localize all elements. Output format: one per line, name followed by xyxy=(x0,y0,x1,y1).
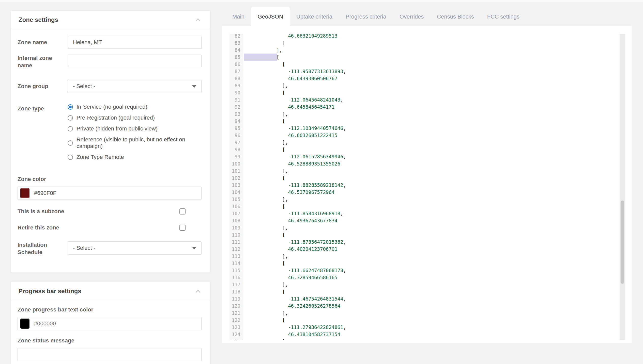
line-number: 94 xyxy=(229,118,243,125)
tab-uptake-criteria[interactable]: Uptake criteria xyxy=(290,7,339,26)
tab-census-blocks[interactable]: Census Blocks xyxy=(430,7,481,26)
zone-settings-body: Zone name Internal zone name Zone group … xyxy=(11,29,210,272)
tab-fcc-settings[interactable]: FCC settings xyxy=(481,7,526,26)
line-number: 114 xyxy=(229,260,243,267)
installation-schedule-select[interactable]: - Select - xyxy=(68,241,202,255)
zone-name-row: Zone name xyxy=(18,36,202,49)
retire-zone-label: Retire this zone xyxy=(18,224,59,231)
line-number: 109 xyxy=(229,224,243,231)
zone-settings-collapse-button[interactable] xyxy=(193,16,203,23)
zone-type-row: Zone type In-Service (no goal required)P… xyxy=(18,103,202,165)
line-number: 104 xyxy=(229,189,243,196)
zone-group-select[interactable]: - Select - xyxy=(68,80,202,93)
internal-zone-name-row: Internal zone name xyxy=(18,55,202,69)
code-line-109: 109 ], xyxy=(229,224,625,231)
code-line-97: 97 ], xyxy=(229,139,625,146)
subzone-row: This is a subzone xyxy=(18,207,202,216)
zone-settings-header: Zone settings xyxy=(11,11,210,29)
progress-text-color-input[interactable]: #000000 xyxy=(18,317,202,330)
zone-color-swatch[interactable] xyxy=(20,188,29,198)
line-number: 112 xyxy=(229,245,243,253)
code-line-114: 114 [ xyxy=(229,260,625,267)
line-number: 110 xyxy=(229,231,243,238)
line-number: 125 xyxy=(229,338,243,340)
tab-overrides[interactable]: Overrides xyxy=(393,7,430,26)
line-number: 122 xyxy=(229,317,243,324)
code-line-91: 91 -112.0645648241043, xyxy=(229,96,625,103)
subzone-label: This is a subzone xyxy=(18,208,64,215)
code-line-116: 116 46.32859466586165 xyxy=(229,274,625,281)
code-line-83: 83 ] xyxy=(229,39,625,46)
geojson-tab-panel: 82 46.6632104928951383 ]84 ],85 [86 [87 … xyxy=(222,26,632,343)
code-line-119: 119 -111.46754264831544, xyxy=(229,295,625,302)
tab-progress-criteria[interactable]: Progress criteria xyxy=(339,7,393,26)
code-line-105: 105 ], xyxy=(229,196,625,203)
tab-geojson[interactable]: GeoJSON xyxy=(251,7,290,26)
code-line-122: 122 [ xyxy=(229,317,625,324)
geojson-code-editor[interactable]: 82 46.6632104928951383 ]84 ],85 [86 [87 … xyxy=(229,34,625,340)
zone-group-label: Zone group xyxy=(18,80,68,93)
chevron-down-icon xyxy=(192,85,196,88)
line-number: 84 xyxy=(229,46,243,54)
line-number: 88 xyxy=(229,75,243,82)
zone-type-label: Zone type xyxy=(18,103,68,165)
zone-name-input[interactable] xyxy=(68,36,202,49)
zone-settings-card: Zone settings Zone name Internal zone na… xyxy=(11,11,210,272)
zone-type-options: In-Service (no goal required)Pre-Registr… xyxy=(68,103,202,160)
code-line-104: 104 46.5370967572964 xyxy=(229,189,625,196)
code-line-96: 96 46.60326051222415 xyxy=(229,132,625,139)
code-line-93: 93 ], xyxy=(229,110,625,118)
code-line-115: 115 -111.66247487068178, xyxy=(229,267,625,274)
zone-color-input[interactable]: #690F0F xyxy=(18,187,202,200)
zone-color-value: #690F0F xyxy=(34,190,56,196)
editor-scrollbar[interactable] xyxy=(620,34,625,340)
line-number: 95 xyxy=(229,125,243,132)
progress-bar-settings-collapse-button[interactable] xyxy=(193,288,203,295)
zone-type-option-label: In-Service (no goal required) xyxy=(76,104,147,110)
radio-icon[interactable] xyxy=(68,155,73,160)
progress-bar-settings-body: Zone progress bar text color #000000 Zon… xyxy=(11,300,210,364)
code-line-90: 90 [ xyxy=(229,89,625,96)
progress-bar-settings-header: Progress bar settings xyxy=(11,282,210,300)
code-line-102: 102 [ xyxy=(229,174,625,181)
radio-icon[interactable] xyxy=(68,140,73,146)
radio-icon[interactable] xyxy=(68,115,73,121)
line-number: 111 xyxy=(229,238,243,245)
code-line-125: 125 ], xyxy=(229,338,625,340)
zone-type-option-1[interactable]: Pre-Registration (goal required) xyxy=(68,114,202,121)
zone-settings-title: Zone settings xyxy=(19,16,58,23)
code-lines: 82 46.6632104928951383 ]84 ],85 [86 [87 … xyxy=(229,34,625,340)
code-line-99: 99 -112.06152856349946, xyxy=(229,153,625,160)
zone-group-row: Zone group - Select - xyxy=(18,80,202,93)
line-number: 85 xyxy=(229,54,243,61)
line-number: 120 xyxy=(229,302,243,309)
zone-type-option-2[interactable]: Private (hidden from public view) xyxy=(68,125,202,132)
editor-scrollbar-thumb[interactable] xyxy=(621,201,624,284)
code-line-94: 94 [ xyxy=(229,118,625,125)
zone-type-option-0[interactable]: In-Service (no goal required) xyxy=(68,104,202,110)
page-top-strip xyxy=(0,0,643,2)
line-number: 83 xyxy=(229,39,243,46)
internal-zone-name-input[interactable] xyxy=(68,55,202,67)
zone-status-message-input[interactable] xyxy=(18,348,202,361)
progress-bar-settings-card: Progress bar settings Zone progress bar … xyxy=(11,282,210,364)
code-line-95: 95 -112.10349440574646, xyxy=(229,125,625,132)
zone-type-option-3[interactable]: Reference (visible to public, but no eff… xyxy=(68,136,202,150)
line-number: 92 xyxy=(229,103,243,110)
radio-icon[interactable] xyxy=(68,126,73,131)
tab-main[interactable]: Main xyxy=(226,7,251,26)
code-line-89: 89 ], xyxy=(229,82,625,89)
radio-selected-icon[interactable] xyxy=(68,104,73,110)
progress-text-color-swatch[interactable] xyxy=(20,319,29,329)
code-line-87: 87 -111.95877313613893, xyxy=(229,68,625,75)
line-number: 90 xyxy=(229,89,243,96)
line-number: 101 xyxy=(229,167,243,174)
line-number: 93 xyxy=(229,110,243,118)
line-number: 86 xyxy=(229,61,243,68)
line-number: 97 xyxy=(229,139,243,146)
zone-type-option-4[interactable]: Zone Type Remote xyxy=(68,154,202,160)
retire-zone-checkbox[interactable] xyxy=(179,225,186,231)
code-line-110: 110 [ xyxy=(229,231,625,238)
code-line-113: 113 ], xyxy=(229,253,625,260)
subzone-checkbox[interactable] xyxy=(179,208,186,214)
